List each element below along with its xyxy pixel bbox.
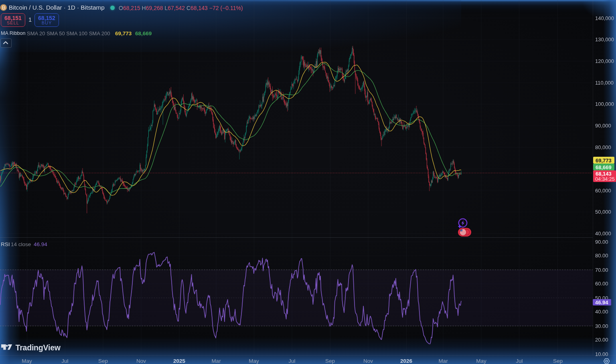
- svg-text:TradingView: TradingView: [16, 343, 61, 352]
